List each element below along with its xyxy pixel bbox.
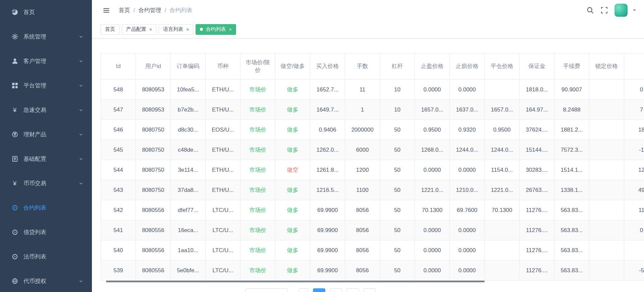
cell-user_id: 8080556 bbox=[136, 200, 171, 220]
sidebar-item-system[interactable]: 系统管理 bbox=[0, 24, 92, 49]
breadcrumb-item[interactable]: 合约管理 bbox=[139, 6, 161, 14]
sidebar-item-platform[interactable]: 平台管理 bbox=[0, 73, 92, 98]
fullscreen-icon[interactable] bbox=[601, 7, 608, 14]
sidebar-item-fiat-list[interactable]: 法币列表 bbox=[0, 244, 92, 269]
sidebar-item-coin-trade[interactable]: ¥币币交易 bbox=[0, 171, 92, 196]
sidebar-item-label: 急速交易 bbox=[23, 106, 46, 114]
cell-lots: 8056 bbox=[345, 220, 380, 240]
cell-user_id: 8080556 bbox=[136, 240, 171, 261]
cell-take_profit: 1268.0... bbox=[415, 140, 450, 160]
search-icon[interactable] bbox=[586, 6, 594, 14]
chevron-down-icon bbox=[79, 34, 83, 39]
sidebar-item-contract-list[interactable]: 合约列表 bbox=[0, 196, 92, 220]
sidebar-item-label: 理财产品 bbox=[23, 131, 46, 138]
cell-price_type: 市场价 bbox=[240, 200, 275, 220]
cell-coin: LTC/U... bbox=[206, 240, 240, 261]
pagination-page-button-active[interactable] bbox=[313, 288, 325, 292]
column-header: 止盈价格 bbox=[415, 54, 450, 80]
content-area: Id用户id订单编码币种市场价/限价做空/做多买入价格手数杠杆止盈价格止损价格平… bbox=[92, 39, 644, 292]
cell-lock_price bbox=[589, 140, 624, 160]
sidebar-item-token-auth[interactable]: 代币授权 bbox=[0, 269, 92, 292]
cell-price_type: 市场价 bbox=[240, 100, 275, 120]
table-row: 54480807503e114...ETH/U...市场价做空1261.8...… bbox=[101, 160, 644, 180]
sidebar-item-wealth[interactable]: 理财产品 bbox=[0, 122, 92, 147]
column-header: 平仓价格 bbox=[485, 54, 520, 80]
tab-language-list[interactable]: 语言列表× bbox=[159, 24, 193, 35]
breadcrumb-separator: / bbox=[165, 7, 166, 14]
page-size-select[interactable] bbox=[246, 288, 288, 292]
chevron-down-icon bbox=[79, 279, 83, 283]
cell-lots: 8056 bbox=[345, 261, 380, 281]
circle-icon bbox=[11, 253, 18, 261]
cell-margin: 11276.... bbox=[520, 261, 554, 281]
sidebar-item-loan-list[interactable]: 借贷列表 bbox=[0, 220, 92, 244]
cell-buy_price: 1652.7... bbox=[310, 80, 345, 100]
cell-leverage: 50 bbox=[380, 240, 415, 261]
close-icon[interactable]: × bbox=[186, 27, 189, 32]
cell-fee: 1338.1... bbox=[554, 180, 589, 200]
table-row: 543808075037da8...ETH/U...市场价做多1216.5...… bbox=[101, 180, 644, 200]
table-row: 54080805561aa10...LTC/U...市场价做多69.990080… bbox=[101, 240, 644, 261]
cell-margin: 11276.... bbox=[520, 240, 554, 261]
sidebar-item-label: 客户管理 bbox=[23, 57, 46, 65]
cell-order_code: 37da8... bbox=[171, 180, 206, 200]
close-icon[interactable]: × bbox=[149, 27, 152, 32]
cell-stop_loss: 1244.0... bbox=[450, 140, 485, 160]
cell-overflow: -1 bbox=[624, 140, 644, 160]
tab-product-config[interactable]: 产品配置× bbox=[122, 24, 156, 35]
breadcrumb-separator: / bbox=[133, 7, 135, 14]
cell-price_type: 市场价 bbox=[240, 180, 275, 200]
sidebar-item-label: 合约列表 bbox=[23, 204, 46, 212]
close-icon[interactable]: × bbox=[229, 27, 231, 32]
pagination-page-button[interactable] bbox=[363, 288, 376, 292]
pagination-page-button[interactable] bbox=[330, 288, 342, 292]
pagination-prev-button[interactable] bbox=[299, 288, 309, 292]
column-header: 止损价格 bbox=[450, 54, 485, 80]
avatar[interactable] bbox=[614, 4, 628, 17]
tab-label: 语言列表 bbox=[163, 26, 183, 32]
chevron-down-icon[interactable] bbox=[632, 8, 637, 12]
sidebar-item-fast-trade[interactable]: ¥急速交易 bbox=[0, 98, 92, 122]
table-row: 5428080556dfef77...LTC/U...市场价做多69.99008… bbox=[101, 200, 644, 220]
tab-contract-list[interactable]: 合约列表× bbox=[196, 24, 236, 35]
sidebar-item-home[interactable]: 首页 bbox=[0, 0, 92, 24]
pagination-page-button[interactable] bbox=[346, 288, 359, 292]
breadcrumb-item: 合约列表 bbox=[169, 6, 192, 14]
grid-icon bbox=[11, 82, 18, 89]
cell-stop_loss: 0.0000 bbox=[450, 261, 485, 281]
cell-lock_price bbox=[589, 100, 624, 120]
cell-user_id: 8080953 bbox=[136, 80, 171, 100]
cell-buy_price: 1649.7... bbox=[310, 100, 345, 120]
cell-coin: LTC/U... bbox=[206, 261, 240, 281]
topbar: 首页/合约管理/合约列表 bbox=[92, 0, 644, 20]
active-tab-dot bbox=[200, 28, 203, 31]
chevron-down-icon bbox=[79, 59, 83, 63]
cell-overflow: 0 bbox=[624, 220, 644, 240]
horizontal-scrollbar[interactable] bbox=[106, 281, 485, 282]
cell-take_profit: 0.0000 bbox=[415, 240, 450, 261]
pagination bbox=[246, 288, 376, 292]
cell-coin: LTC/U... bbox=[206, 220, 240, 240]
cell-take_profit: 1657.0... bbox=[415, 100, 450, 120]
cell-id: 545 bbox=[101, 140, 136, 160]
cell-id: 543 bbox=[101, 180, 136, 200]
cell-id: 548 bbox=[101, 80, 136, 100]
hamburger-menu-icon[interactable] bbox=[103, 7, 110, 14]
user-icon bbox=[11, 58, 18, 65]
table-row: 5458080750c48de...ETH/U...市场价做多1262.0...… bbox=[101, 140, 644, 160]
sidebar-item-base-config[interactable]: 基础配置 bbox=[0, 147, 92, 171]
cell-coin: ETH/U... bbox=[206, 140, 240, 160]
sidebar-item-label: 首页 bbox=[23, 8, 35, 16]
cell-order_code: 16eca... bbox=[171, 220, 206, 240]
column-header: 保证金 bbox=[520, 54, 554, 80]
cell-fee: 563.83... bbox=[554, 200, 589, 220]
cell-fee: 8.2488 bbox=[554, 100, 589, 120]
cell-buy_price: 69.9900 bbox=[310, 200, 345, 220]
sidebar-item-customer[interactable]: 客户管理 bbox=[0, 49, 92, 73]
tab-home[interactable]: 首页 bbox=[101, 24, 119, 35]
cell-margin: 26763.... bbox=[520, 180, 554, 200]
cell-lock_price bbox=[589, 220, 624, 240]
column-header: 用户id bbox=[136, 54, 171, 80]
cell-direction: 做多 bbox=[275, 80, 310, 100]
breadcrumb-item[interactable]: 首页 bbox=[119, 6, 130, 14]
